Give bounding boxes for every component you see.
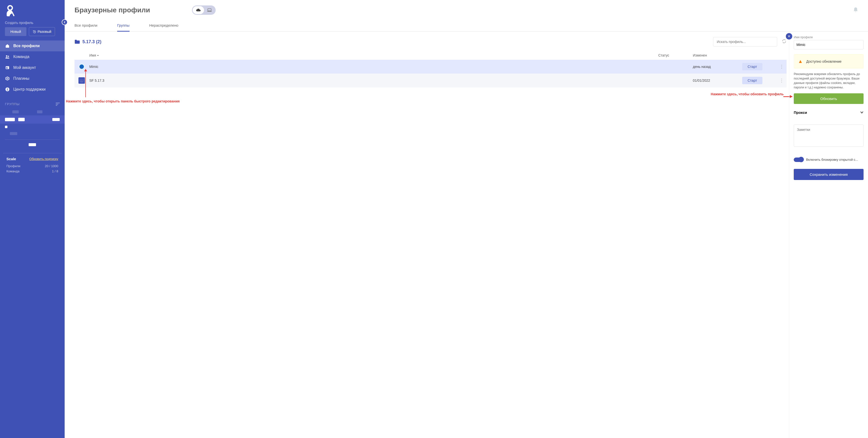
logo-icon bbox=[5, 4, 15, 16]
plugins-icon bbox=[5, 76, 10, 81]
team-icon bbox=[5, 54, 10, 59]
block-label: Включить блокировку открытой с... bbox=[806, 158, 858, 162]
nav-label: Плагины bbox=[13, 76, 29, 81]
profile-changed: 01/01/2022 bbox=[693, 79, 742, 83]
profile-name-input[interactable] bbox=[794, 40, 864, 49]
notes-input[interactable] bbox=[794, 124, 864, 147]
update-description: Рекомендуем вовремя обновлять профиль до… bbox=[794, 72, 864, 90]
page-title: Браузерные профили bbox=[74, 6, 150, 14]
svg-point-5 bbox=[6, 67, 7, 68]
refresh-icon bbox=[782, 39, 786, 44]
nav-label: Мой аккаунт bbox=[13, 65, 36, 70]
row-menu-button[interactable]: ⋮ bbox=[777, 64, 786, 69]
svg-point-2 bbox=[6, 55, 7, 57]
profiles-label: Профили bbox=[6, 164, 21, 168]
warning-icon: ▲ bbox=[798, 59, 803, 64]
svg-point-10 bbox=[81, 81, 82, 81]
laptop-icon bbox=[207, 8, 212, 12]
bell-icon bbox=[853, 7, 858, 12]
svg-rect-4 bbox=[6, 66, 9, 69]
col-name[interactable]: Имя bbox=[89, 53, 658, 57]
annotation-text: Нажмите здесь, чтобы обновить профиль bbox=[711, 92, 784, 96]
tab-all-profiles[interactable]: Все профили bbox=[74, 20, 97, 31]
profile-name: Mimic bbox=[89, 65, 658, 69]
app-logo bbox=[0, 0, 65, 20]
svg-rect-9 bbox=[208, 9, 211, 11]
main-nav: Все профили Команда Мой аккаунт Плагины … bbox=[0, 40, 65, 95]
info-icon bbox=[5, 87, 10, 92]
cloud-local-toggle[interactable] bbox=[192, 5, 216, 15]
toggle-local[interactable] bbox=[204, 8, 215, 12]
groups-header: ГРУППЫ bbox=[0, 95, 65, 108]
nav-label: Центр поддержки bbox=[13, 87, 45, 92]
svg-point-0 bbox=[8, 6, 12, 10]
quick-edit-panel: ✕ Имя профиля ▲ Доступно обновление Реко… bbox=[789, 32, 868, 438]
team-value: 1 / 8 bbox=[52, 169, 58, 173]
svg-point-8 bbox=[7, 88, 8, 89]
save-button[interactable]: Сохранить изменения bbox=[794, 169, 864, 180]
sort-asc-icon bbox=[97, 54, 99, 56]
toggle-cloud[interactable] bbox=[193, 6, 204, 14]
group-item[interactable] bbox=[5, 130, 60, 137]
refresh-button[interactable] bbox=[782, 39, 786, 45]
new-profile-button[interactable]: Новый bbox=[5, 27, 26, 36]
group-name-label: 5.17.3 (2) bbox=[83, 39, 101, 45]
groups-list bbox=[0, 108, 65, 148]
sort-icon[interactable] bbox=[56, 103, 60, 106]
nav-label: Команда bbox=[13, 55, 29, 59]
update-button[interactable]: Обновить bbox=[794, 93, 864, 104]
current-group[interactable]: 5.17.3 (2) bbox=[74, 39, 101, 45]
collapse-sidebar-button[interactable] bbox=[62, 19, 68, 25]
nav-account[interactable]: Мой аккаунт bbox=[0, 62, 65, 73]
table-row[interactable]: SF 5.17.3 01/01/2022 Старт ⋮ bbox=[74, 74, 786, 87]
upgrade-link[interactable]: Обновить подписку bbox=[29, 157, 58, 161]
svg-point-3 bbox=[8, 56, 9, 57]
table-row[interactable]: Mimic день назад Старт ⋮ bbox=[74, 60, 786, 74]
nav-team[interactable]: Команда bbox=[0, 51, 65, 62]
cloud-icon bbox=[196, 8, 201, 12]
group-item[interactable] bbox=[0, 115, 65, 124]
folder-icon bbox=[74, 39, 80, 44]
nav-all-profiles[interactable]: Все профили bbox=[0, 40, 65, 51]
group-item[interactable] bbox=[5, 140, 60, 148]
plan-name: Scale bbox=[6, 157, 16, 161]
chevron-down-icon bbox=[860, 111, 864, 114]
profile-icon bbox=[79, 77, 85, 84]
group-item[interactable] bbox=[5, 124, 60, 130]
proxy-accordion[interactable]: Прокси bbox=[794, 107, 864, 118]
annotation-text: Нажмите здесь, чтобы открыть панель быст… bbox=[66, 99, 180, 103]
start-button[interactable]: Старт bbox=[742, 63, 763, 70]
table-header: Имя Статус Изменен bbox=[74, 51, 786, 60]
alert-text: Доступно обновление bbox=[806, 59, 842, 63]
team-label: Команда bbox=[6, 169, 20, 173]
col-status[interactable]: Статус bbox=[658, 53, 693, 57]
notifications-button[interactable] bbox=[853, 7, 858, 13]
nav-support[interactable]: Центр поддержки bbox=[0, 84, 65, 95]
sidebar: Создать профиль Новый Разовый Все профил… bbox=[0, 0, 65, 438]
block-toggle[interactable] bbox=[794, 157, 803, 162]
row-menu-button[interactable]: ⋮ bbox=[777, 78, 786, 83]
clock-icon bbox=[33, 30, 36, 33]
svg-rect-7 bbox=[7, 89, 8, 91]
tabs: Все профили Группы Нераспределено bbox=[65, 20, 868, 32]
group-item[interactable] bbox=[5, 108, 60, 115]
start-button[interactable]: Старт bbox=[742, 77, 763, 84]
chevron-left-icon bbox=[63, 21, 66, 24]
profile-changed: день назад bbox=[693, 65, 742, 69]
nav-label: Все профили bbox=[13, 44, 40, 48]
tab-unassigned[interactable]: Нераспределено bbox=[149, 20, 178, 31]
home-icon bbox=[5, 43, 10, 49]
nav-plugins[interactable]: Плагины bbox=[0, 73, 65, 84]
profile-icon bbox=[79, 63, 85, 70]
quick-profile-button[interactable]: Разовый bbox=[29, 27, 55, 36]
profile-list: 5.17.3 (2) Имя Статус Изменен Mimic bbox=[65, 32, 789, 438]
subscription-widget: Scale Обновить подписку Профили20 / 1000… bbox=[3, 153, 62, 177]
search-input[interactable] bbox=[713, 37, 777, 47]
tab-groups[interactable]: Группы bbox=[117, 20, 129, 32]
profiles-value: 20 / 1000 bbox=[45, 164, 58, 168]
profile-name: SF 5.17.3 bbox=[89, 79, 658, 83]
close-panel-button[interactable]: ✕ bbox=[786, 33, 792, 39]
name-field-label: Имя профиля bbox=[794, 35, 864, 39]
groups-header-label: ГРУППЫ bbox=[5, 102, 20, 106]
col-changed[interactable]: Изменен bbox=[693, 53, 742, 57]
